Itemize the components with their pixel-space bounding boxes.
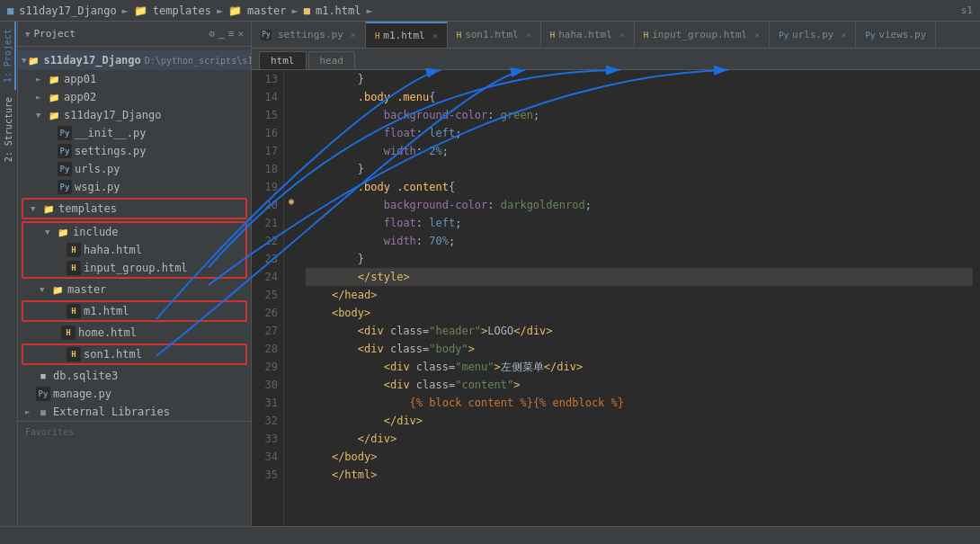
root-label: s11day17_Django [43,54,140,67]
code-line-34: </body> [306,448,973,466]
code-editor[interactable]: 13 14 15 16 17 18 19 20 21 22 23 24 25 2… [252,70,980,526]
tree-s11django[interactable]: ▼ 📁 s11day17_Django [18,106,251,124]
master-label: master [67,283,106,296]
code-line-29: <div class="menu">左侧菜单</div> [306,358,973,376]
project-icon: ■ [7,4,13,17]
init-label: __init__.py [75,127,146,139]
tree-db[interactable]: ■ db.sqlite3 [18,367,251,385]
panel-header: ▼ Project ⚙ ⎯ ≡ ✕ [18,22,251,47]
sidebar-strip: 1: Project 2: Structure [0,22,18,526]
tree-urls[interactable]: Py urls.py [18,160,251,178]
breadcrumb-file-icon: ■ [304,4,310,17]
tree-init[interactable]: Py __init__.py [18,124,251,142]
code-line-20: background-color: darkgoldenrod; [306,196,973,214]
code-line-17: width: 2%; [306,142,973,160]
code-tab-head[interactable]: head [308,51,356,69]
include-label: include [73,226,119,238]
code-tab-html[interactable]: html [259,51,307,69]
tree-app02[interactable]: ► 📁 app02 [18,88,251,106]
tab-settings-close[interactable]: ✕ [351,30,356,40]
tabs-bar: Py settings.py ✕ H m1.html ✕ H son1.html… [252,22,980,49]
breadcrumb-sep3: ► [291,4,298,17]
sidebar-item-structure[interactable]: 2: Structure [2,90,15,169]
tab-urls[interactable]: Py urls.py ✕ [770,22,856,48]
title-bar: ■ s11day17_Django ► 📁 templates ► 📁 mast… [0,0,980,22]
tab-son1-close[interactable]: ✕ [526,30,531,40]
code-line-21: float: left; [306,214,973,232]
sidebar-item-project[interactable]: 1: Project [1,22,16,90]
tree-manage[interactable]: Py manage.py [18,385,251,403]
code-line-24: </style> [306,268,973,286]
panel-settings-icon[interactable]: ≡ [228,28,235,40]
tree-external[interactable]: ► ■ External Libraries [18,403,251,421]
panel-close-icon[interactable]: ✕ [237,28,244,40]
code-line-25: </head> [306,286,973,304]
input-group-label: input_group.html [84,262,188,274]
tab-m1[interactable]: H m1.html ✕ [366,22,448,48]
tab-haha-close[interactable]: ✕ [619,30,625,40]
code-line-16: float: left; [306,124,973,142]
favorites-label: Favorites [25,427,74,437]
tab-urls-label: urls.py [792,29,833,40]
code-line-13: } [306,70,973,88]
tree-templates[interactable]: ▼ 📁 templates [22,198,247,219]
window-button[interactable]: s1 [961,4,973,16]
breadcrumb-file: m1.html [316,4,361,17]
panel-dropdown-icon: ▼ [25,30,30,39]
file-tree: ▼ 📁 s11day17_Django D:\python_scripts\s1… [18,47,251,526]
tree-settings[interactable]: Py settings.py [18,142,251,160]
urls-label: urls.py [75,163,120,175]
tab-urls-close[interactable]: ✕ [841,30,846,40]
bottom-bar [0,526,980,544]
code-line-27: <div class="header">LOGO</div> [306,322,973,340]
favorites-section: Favorites [18,421,251,441]
code-line-31: {% block content %}{% endblock %} [306,394,973,412]
tree-m1[interactable]: H m1.html [22,300,247,322]
code-line-30: <div class="content"> [306,376,973,394]
code-tabs-bar: html head [252,49,980,70]
templates-label: templates [58,202,117,215]
code-line-26: <body> [306,304,973,322]
haha-label: haha.html [84,244,142,256]
tab-m1-close[interactable]: ✕ [432,31,438,40]
tab-settings-label: settings.py [278,29,343,40]
gutter: ◉ [284,70,298,526]
tab-input-group[interactable]: H input_group.html ✕ [635,22,770,48]
tab-haha[interactable]: H haha.html ✕ [541,22,635,48]
breadcrumb-folder-icon: 📁 [134,4,147,17]
tree-haha[interactable]: H haha.html [23,241,245,259]
tree-son1[interactable]: H son1.html [22,343,247,365]
s11-label: s11day17_Django [64,109,161,121]
tree-home[interactable]: H home.html [18,324,251,342]
panel-pin-icon[interactable]: ⎯ [218,28,225,40]
app01-label: app01 [64,73,96,85]
breadcrumb-templates: templates [153,4,211,17]
code-line-18: } [306,160,973,178]
code-line-32: </div> [306,412,973,430]
panel-title: Project [33,28,75,40]
tab-input-group-close[interactable]: ✕ [754,30,760,40]
breadcrumb-folder-icon2: 📁 [228,4,242,17]
tab-son1[interactable]: H son1.html ✕ [448,22,541,48]
tab-m1-label: m1.html [383,30,424,41]
tab-haha-label: haha.html [558,29,612,40]
tree-input-group[interactable]: H input_group.html [23,259,245,277]
db-label: db.sqlite3 [53,370,118,382]
breadcrumb-sep1: ► [122,4,129,17]
code-line-33: </div> [306,430,973,448]
tree-wsgi[interactable]: Py wsgi.py [18,178,251,196]
external-label: External Libraries [53,406,170,418]
code-content[interactable]: } .body .menu{ background-color: green; … [298,70,980,526]
son1-label: son1.html [84,348,142,361]
tree-root[interactable]: ▼ 📁 s11day17_Django D:\python_scripts\s1… [18,50,251,70]
tab-views[interactable]: Py views.py [856,22,936,48]
tab-input-group-label: input_group.html [652,29,747,40]
code-line-14: .body .menu{ [306,88,973,106]
tree-master[interactable]: ▼ 📁 master [18,281,251,299]
code-line-35: </html> [306,466,973,484]
tree-app01[interactable]: ► 📁 app01 [18,70,251,88]
tab-settings[interactable]: Py settings.py ✕ [252,22,366,48]
home-label: home.html [78,326,137,339]
tree-include[interactable]: ▼ 📁 include [23,223,245,241]
panel-gear-icon[interactable]: ⚙ [209,28,215,40]
